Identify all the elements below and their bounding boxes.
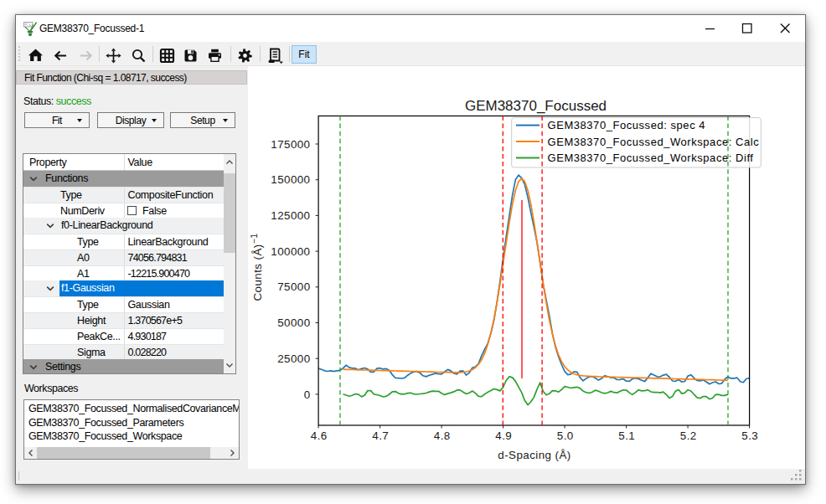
- svg-text:150000: 150000: [271, 173, 310, 186]
- svg-text:GEM38370_Focussed: spec 4: GEM38370_Focussed: spec 4: [548, 119, 706, 131]
- svg-text:5.2: 5.2: [680, 429, 697, 442]
- svg-text:4.8: 4.8: [434, 429, 451, 442]
- svg-text:GEM38370_Focussed_Workspace: C: GEM38370_Focussed_Workspace: Calc: [548, 136, 760, 148]
- svg-text:4.6: 4.6: [311, 429, 328, 442]
- svg-text:4.7: 4.7: [372, 429, 389, 442]
- svg-text:0: 0: [304, 388, 311, 401]
- svg-text:5.1: 5.1: [618, 429, 635, 442]
- svg-text:Counts (Å)−1: Counts (Å)−1: [249, 233, 264, 301]
- svg-text:GEM38370_Focussed: GEM38370_Focussed: [465, 98, 607, 114]
- svg-text:25000: 25000: [277, 352, 310, 365]
- svg-text:175000: 175000: [271, 138, 310, 151]
- svg-text:GEM38370_Focussed_Workspace: D: GEM38370_Focussed_Workspace: Diff: [548, 152, 754, 164]
- svg-text:5.0: 5.0: [557, 429, 574, 442]
- svg-text:5.3: 5.3: [741, 429, 758, 442]
- svg-text:125000: 125000: [271, 209, 310, 222]
- svg-text:100000: 100000: [271, 245, 310, 258]
- svg-text:4.9: 4.9: [495, 429, 512, 442]
- svg-text:50000: 50000: [277, 316, 310, 329]
- svg-text:75000: 75000: [277, 280, 310, 293]
- svg-text:d-Spacing (Å): d-Spacing (Å): [498, 449, 570, 461]
